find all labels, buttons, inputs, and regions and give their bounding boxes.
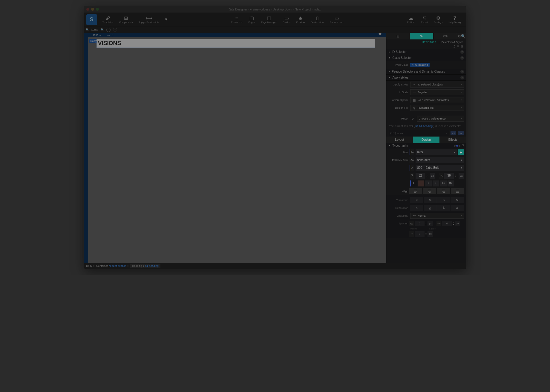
- align-left-button[interactable]: [409, 188, 422, 194]
- bc-heading[interactable]: Heading 1 h1-heading: [130, 264, 160, 268]
- strikethrough-button[interactable]: T̶ᴇ: [448, 180, 454, 186]
- reset-select[interactable]: Choose a style to reset▾: [417, 116, 464, 122]
- reset-icon[interactable]: ↺: [410, 117, 415, 120]
- resources-button[interactable]: ≡Resources: [228, 15, 245, 24]
- settings-button[interactable]: ⚙Settings: [431, 15, 445, 24]
- in-state-select[interactable]: —Regular▾: [410, 89, 464, 95]
- guides-button[interactable]: ▭Guides: [280, 15, 293, 24]
- bc-body[interactable]: Body: [86, 264, 93, 267]
- selected-element[interactable]: VISIONS: [96, 39, 375, 48]
- transform-none[interactable]: ✕: [410, 197, 423, 203]
- apply-styles-select[interactable]: ⌖To selected class(es)▾: [410, 82, 464, 88]
- duplicate-icon[interactable]: ⧉: [457, 45, 459, 49]
- color-swatch[interactable]: [418, 180, 424, 186]
- add-font-button[interactable]: +: [458, 149, 464, 155]
- toggle-breakpoints-button[interactable]: ⟷Toggle Breakpoints: [136, 15, 162, 24]
- word-spacing-input[interactable]: 0: [415, 221, 425, 226]
- id-selector-section[interactable]: ▶ID Selector?: [386, 49, 466, 55]
- design-for-select[interactable]: ◎Fallback First▾: [410, 105, 464, 111]
- zoom-plus-button[interactable]: +: [113, 28, 117, 32]
- zoom-in-icon[interactable]: 🔍: [101, 28, 104, 31]
- help-icon[interactable]: ?: [460, 50, 464, 54]
- font-size-input[interactable]: 32: [416, 173, 425, 179]
- eye-icon: ◉: [298, 16, 303, 21]
- delete-icon[interactable]: 🗑: [461, 45, 463, 49]
- smallcaps-button[interactable]: Tᴇ: [440, 180, 447, 186]
- pseudo-section[interactable]: ▶Pseudo Selectors and Dynamic Classes?: [386, 69, 466, 75]
- effects-tab[interactable]: Effects: [439, 137, 466, 143]
- transform-capitalize[interactable]: Di: [424, 197, 437, 203]
- device-toggle-mobile-icon[interactable]: ▯: [112, 33, 113, 36]
- next-usage-button[interactable]: >>: [458, 131, 464, 135]
- device-view-button[interactable]: ▯Device View: [308, 15, 327, 24]
- preview-on-button[interactable]: ▭Preview on...: [327, 15, 347, 24]
- typography-section[interactable]: ▼ Typography ?: [386, 143, 466, 148]
- help-icon[interactable]: ?: [460, 70, 464, 74]
- decoration-overline[interactable]: A̅: [437, 205, 450, 211]
- help-button[interactable]: ?Help Dialog: [445, 15, 464, 24]
- decoration-none[interactable]: ✕: [410, 205, 423, 211]
- lh-stepper[interactable]: ▲▼: [455, 174, 457, 177]
- fallback-font-select[interactable]: sans-serif▾: [416, 157, 464, 163]
- app-logo[interactable]: S: [86, 14, 97, 25]
- code-mode-tab[interactable]: </>: [433, 33, 457, 39]
- apply-styles-section[interactable]: ▼Apply styles?: [386, 75, 466, 81]
- italic-button[interactable]: i: [433, 180, 439, 186]
- help-icon[interactable]: ?: [460, 56, 464, 60]
- toolbar-caret[interactable]: ▾: [162, 16, 170, 23]
- font-select[interactable]: Inter▾: [416, 149, 457, 155]
- help-icon[interactable]: ?: [460, 76, 464, 79]
- ruler-horizontal[interactable]: 1338 px ▭ ▯: [84, 33, 386, 37]
- layout-tab[interactable]: Layout: [386, 137, 413, 143]
- heading-text[interactable]: VISIONS: [97, 39, 375, 47]
- pages-button[interactable]: ▢Pages: [245, 15, 258, 24]
- wrapping-select[interactable]: ↩Normal▾: [410, 213, 464, 219]
- remove-chip-icon[interactable]: ✕: [412, 64, 414, 66]
- search-tab[interactable]: ⚙🔍: [457, 33, 466, 39]
- align-center-button[interactable]: [423, 188, 436, 194]
- rename-icon[interactable]: A̲: [454, 45, 455, 49]
- decoration-underline[interactable]: A: [424, 205, 437, 211]
- transform-lowercase[interactable]: di: [437, 197, 450, 203]
- help-icon[interactable]: ?: [462, 144, 464, 147]
- size-unit[interactable]: px: [430, 173, 435, 179]
- align-justify-button[interactable]: [451, 188, 464, 194]
- style-mode-tab[interactable]: ✎: [410, 33, 433, 39]
- templates-button[interactable]: 🖌Templates: [99, 15, 116, 24]
- transform-uppercase[interactable]: DI: [451, 197, 464, 203]
- design-tab[interactable]: Design: [413, 137, 439, 143]
- class-selector-section[interactable]: ▼Class Selector?: [386, 55, 466, 61]
- page-manager-button[interactable]: ◫Page Manager: [258, 15, 280, 24]
- export-button[interactable]: ⇱Export: [418, 15, 431, 24]
- prev-usage-button[interactable]: <<: [451, 131, 456, 135]
- bold-button[interactable]: i: [425, 180, 432, 186]
- components-button[interactable]: ⊞Components: [116, 15, 136, 24]
- device-toggle-desktop-icon[interactable]: ▭: [107, 33, 110, 36]
- indent-input[interactable]: 0: [415, 231, 425, 237]
- text-color-button[interactable]: T: [410, 180, 417, 186]
- publish-button[interactable]: ☁Publish: [404, 15, 418, 24]
- align-right-button[interactable]: [437, 188, 450, 194]
- class-chip[interactable]: ✕h1-heading: [410, 63, 430, 67]
- word-spacing-stepper[interactable]: ▲▼: [425, 222, 427, 225]
- decoration-strike[interactable]: A̶: [451, 205, 464, 211]
- usage-item-select[interactable]: (1/1) Index▾: [389, 130, 449, 136]
- breakpoint-select[interactable]: ▦No Breakpoint - All Widths▾: [410, 97, 464, 103]
- indent-stepper[interactable]: ▲▼: [425, 232, 427, 236]
- ruler-vertical[interactable]: [84, 37, 88, 263]
- canvas-stage[interactable]: Body VISIONS: [88, 37, 386, 263]
- font-weight-select[interactable]: 800 – Extra Bold▾: [416, 165, 464, 171]
- grid-mode-tab[interactable]: ⊞: [386, 33, 410, 39]
- bc-container[interactable]: Container header-section: [96, 264, 126, 267]
- zoom-out-icon[interactable]: 🔍: [86, 28, 89, 31]
- selector-link[interactable]: h1.h1-heading: [416, 125, 433, 128]
- zoom-minus-button[interactable]: −: [106, 28, 111, 32]
- search-icon: ⚙🔍: [458, 34, 465, 38]
- breakpoint-marker[interactable]: [379, 33, 382, 36]
- letter-spacing-input[interactable]: 0: [442, 221, 452, 226]
- letter-spacing-stepper[interactable]: ▲▼: [453, 222, 454, 225]
- lh-unit[interactable]: px: [459, 173, 464, 179]
- preview-button[interactable]: ◉Preview: [293, 15, 308, 24]
- size-stepper[interactable]: ▲▼: [426, 174, 429, 177]
- line-height-input[interactable]: 36: [444, 173, 454, 179]
